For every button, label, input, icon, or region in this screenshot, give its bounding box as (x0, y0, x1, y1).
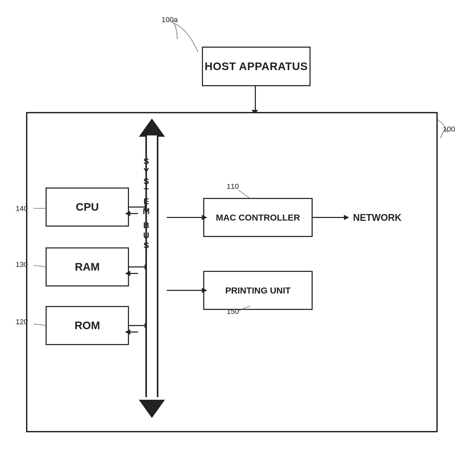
ref-line-100a (156, 16, 208, 49)
network-label: NETWORK (353, 212, 401, 223)
mac-controller-label: MAC CONTROLLER (216, 213, 300, 223)
printing-unit-box: PRINTING UNIT (203, 271, 313, 310)
cpu-box: CPU (46, 188, 129, 227)
rom-box: ROM (46, 306, 129, 345)
svg-marker-6 (140, 120, 164, 137)
printing-unit-label: PRINTING UNIT (225, 285, 290, 296)
ref-label-120: 120 (16, 318, 28, 326)
ref-label-140: 140 (16, 204, 28, 213)
diagram: 100a 100 HOST APPARATUS S Y S (0, 0, 476, 456)
svg-marker-7 (140, 400, 164, 417)
host-to-system-line (255, 86, 256, 112)
system-bus-text: S Y S T E M B U S (143, 156, 150, 251)
ram-box: RAM (46, 247, 129, 286)
host-apparatus-label: HOST APPARATUS (205, 60, 308, 73)
ref-label-130: 130 (16, 260, 28, 269)
system-bus-arrow (138, 118, 166, 418)
cpu-label: CPU (76, 201, 99, 213)
ref-label-110: 110 (227, 182, 239, 191)
rom-label: ROM (75, 319, 100, 332)
mac-controller-box: MAC CONTROLLER (203, 198, 313, 237)
ram-label: RAM (75, 261, 100, 273)
host-apparatus-box: HOST APPARATUS (202, 47, 311, 86)
